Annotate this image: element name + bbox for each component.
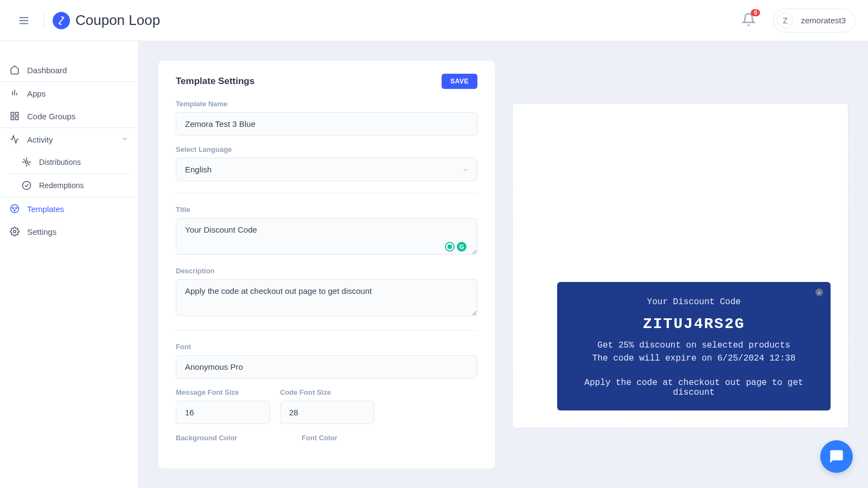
coupon-close-button[interactable]: x [815,288,823,296]
sidebar-item-label: Code Groups [27,112,75,121]
check-circle-icon [22,181,31,190]
sidebar-item-code-groups[interactable]: Code Groups [0,105,138,127]
sidebar-item-distributions[interactable]: Distributions [0,151,138,174]
hamburger-menu-button[interactable] [13,10,35,31]
grammarly-logo-icon: G [457,242,467,252]
panel-title: Template Settings [176,76,254,87]
notifications-button[interactable]: 0 [742,12,756,29]
background-color-label: Background Color [176,434,270,442]
distributions-icon [22,157,31,167]
sidebar-item-dashboard[interactable]: Dashboard [0,59,138,81]
language-select[interactable] [176,158,477,181]
svg-point-10 [12,207,14,208]
svg-rect-3 [11,112,14,115]
user-menu-button[interactable]: Z zemoratest3 [773,9,855,33]
coupon-description: Apply the code at checkout out page to g… [570,378,818,397]
message-font-size-input[interactable] [176,401,270,424]
sidebar-item-apps[interactable]: Apps [0,82,138,105]
svg-point-11 [16,207,17,208]
svg-rect-6 [16,117,18,120]
apps-icon [10,88,20,98]
notification-count-badge: 0 [751,9,761,16]
sidebar-item-label: Apps [27,89,46,98]
activity-icon [10,134,20,144]
preview-area: x Your Discount Code ZITUJ4RS2G Get 25% … [512,61,848,468]
sidebar-item-label: Distributions [39,158,81,166]
coupon-preview-card: x Your Discount Code ZITUJ4RS2G Get 25% … [557,282,831,410]
sidebar-item-label: Templates [27,204,64,214]
code-font-size-input[interactable] [280,401,374,424]
logo-icon [53,12,70,29]
title-label: Title [176,206,477,214]
chat-icon [829,449,844,464]
template-name-label: Template Name [176,100,477,108]
grid-icon [10,111,20,121]
settings-panel: Template Settings SAVE Template Name Sel… [158,61,495,468]
chat-fab-button[interactable] [820,440,853,473]
sidebar-item-redemptions[interactable]: Redemptions [0,174,138,197]
chevron-down-icon [121,135,129,144]
home-icon [10,65,20,75]
save-button[interactable]: SAVE [442,74,477,89]
title-input[interactable] [176,218,477,255]
grammarly-widget[interactable]: G [445,242,467,252]
sidebar-item-label: Settings [27,227,56,236]
palette-icon [10,204,20,214]
app-header: Coupon Loop 0 Z zemoratest3 [0,0,868,41]
coupon-title: Your Discount Code [570,297,818,307]
sidebar-item-activity[interactable]: Activity [0,128,138,151]
template-name-input[interactable] [176,112,477,136]
app-logo[interactable]: Coupon Loop [53,12,160,29]
svg-rect-4 [16,112,18,115]
gear-icon [10,227,20,236]
description-input[interactable] [176,279,477,316]
grammarly-shield-icon [445,242,455,252]
sidebar-item-label: Dashboard [27,66,67,75]
select-language-label: Select Language [176,145,477,153]
sidebar-item-label: Activity [27,135,53,144]
font-label: Font [176,343,477,351]
svg-point-8 [23,182,31,190]
username-label: zemoratest3 [801,16,846,25]
main-content: Template Settings SAVE Template Name Sel… [139,41,868,488]
message-font-size-label: Message Font Size [176,388,270,396]
preview-frame: x Your Discount Code ZITUJ4RS2G Get 25% … [512,103,848,428]
sidebar-item-settings[interactable]: Settings [0,220,138,243]
menu-icon [18,15,30,27]
sidebar-item-label: Redemptions [39,181,84,190]
coupon-discount-line: Get 25% discount on selected products [570,339,818,352]
svg-point-9 [11,205,19,213]
avatar: Z [777,12,793,29]
svg-point-13 [14,230,16,233]
coupon-code: ZITUJ4RS2G [570,316,818,332]
sidebar-item-templates[interactable]: Templates [0,197,138,220]
svg-rect-5 [11,117,14,120]
font-color-label: Font Color [302,434,396,442]
svg-point-7 [25,161,28,164]
coupon-expire-line: The code will expire on 6/25/2024 12:38 [570,352,818,365]
code-font-size-label: Code Font Size [280,388,374,396]
divider [43,13,44,28]
font-input[interactable] [176,355,477,378]
svg-point-12 [14,210,15,211]
app-name: Coupon Loop [75,12,160,29]
description-label: Description [176,267,477,275]
sidebar: Dashboard Apps Code Groups Activity Dist… [0,41,139,488]
